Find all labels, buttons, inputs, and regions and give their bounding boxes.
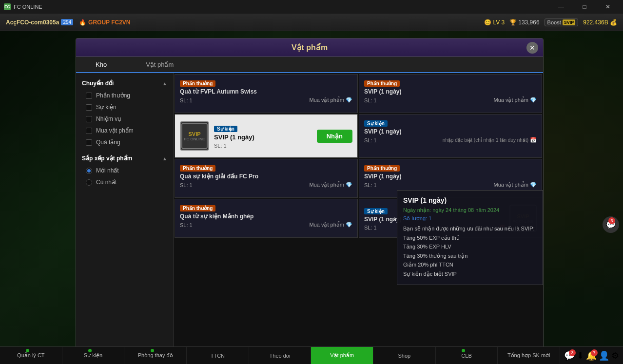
item-action: Mua vật phẩm 💎 <box>310 182 352 188</box>
item-action: Mua vật phẩm 💎 <box>494 182 537 188</box>
calendar-icon: 📅 <box>530 137 537 143</box>
item-quantity: SL: 1 <box>364 225 377 230</box>
list-item[interactable]: SVIP FC ONLINE Sự kiện SVIP (1 ngày) SL:… <box>175 114 358 158</box>
nav-dot-phong-thay-do <box>151 349 154 352</box>
sidebar-item-phan-thuong[interactable]: Phần thưởng <box>76 90 173 101</box>
chat-icon[interactable]: 💬 3 <box>603 216 619 233</box>
bottom-navigation: Quản lý CT Sự kiện Phòng thay đồ TTCN Th… <box>0 346 623 364</box>
checkbox-qua-tang[interactable] <box>86 139 92 146</box>
sidebar-item-su-kien[interactable]: Sự kiện <box>76 101 173 113</box>
boost-label: Boost <box>547 19 561 25</box>
svip-label: SVIP <box>188 131 200 137</box>
title-bar: FC FC ONLINE — □ ✕ <box>0 0 623 14</box>
coin-info: 🏆 133,966 <box>509 19 539 26</box>
coin-amount: 133,966 <box>518 19 539 26</box>
settings-nav-button[interactable]: ⚙ <box>611 350 619 361</box>
item-name: Quà từ sự kiện Mảnh ghép <box>180 213 352 220</box>
list-item[interactable]: Phần thưởng Quà từ sự kiện Mảnh ghép SL:… <box>175 199 358 238</box>
checkbox-su-kien[interactable] <box>86 104 92 111</box>
item-name: Quà sự kiện giải đấu FC Pro <box>180 173 352 180</box>
nav-item-tong-hop-sk[interactable]: Tổng hợp SK mới <box>498 347 560 364</box>
nav-item-theo-doi[interactable]: Theo dõi <box>249 347 312 364</box>
close-button[interactable]: ✕ <box>597 0 619 14</box>
checkbox-phan-thuong[interactable] <box>86 93 92 99</box>
tooltip-date: Ngày nhận: ngày 24 tháng 08 năm 2024 <box>403 207 537 213</box>
person-nav-button[interactable]: 👤 <box>599 350 609 361</box>
sort-oldest[interactable]: Cũ nhất <box>76 176 173 188</box>
item-badge: Sự kiện <box>364 208 388 214</box>
gem-icon: 💎 <box>346 222 352 228</box>
tooltip-description: Bạn sẽ nhận được những ưu đãi như sau nế… <box>403 225 537 278</box>
sort-section: Sắp xếp vật phẩm ▲ Mới nhất Cũ nhất <box>76 152 173 188</box>
modal-close-button[interactable]: ✕ <box>526 42 538 54</box>
download-nav-button[interactable]: ⬇ <box>577 350 584 361</box>
checkbox-nhiem-vu[interactable] <box>86 116 92 122</box>
list-item[interactable]: Sự kiện SVIP (1 ngày) SL: 1 nhập đặc biệ… <box>359 114 542 158</box>
top-bar: AcçFCO-com0305a 294 🔥 GROUP FC2VN 😊 LV 3… <box>0 14 623 31</box>
group-icon: 🔥 <box>79 19 86 26</box>
nav-item-shop[interactable]: Shop <box>373 347 436 364</box>
window-controls: — □ ✕ <box>550 0 619 14</box>
nav-item-phong-thay-do[interactable]: Phòng thay đồ <box>124 347 187 364</box>
tooltip-title: SVIP (1 ngày) <box>403 196 537 204</box>
sidebar-item-nhiem-vu[interactable]: Nhiệm vụ <box>76 113 173 125</box>
app-title: FC ONLINE <box>14 4 42 10</box>
nav-dot-quan-ly <box>26 349 29 352</box>
nav-dot-clb <box>462 349 465 352</box>
chat-badge: 3 <box>608 217 615 224</box>
nav-item-su-kien[interactable]: Sự kiện <box>62 347 125 364</box>
filter-header[interactable]: Chuyển đổi ▲ <box>76 77 173 90</box>
nav-item-quan-ly-ct[interactable]: Quản lý CT <box>0 347 62 364</box>
item-quantity: SL: 1 <box>180 182 193 188</box>
boost-badge: Boost SVIP <box>545 19 579 26</box>
item-quantity: SL: 1 <box>214 143 312 149</box>
group-name: GROUP FC2VN <box>88 19 130 26</box>
sidebar: Chuyển đổi ▲ Phần thưởng Sự kiện Nhiệm v… <box>76 73 174 346</box>
trophy-icon: 🏆 <box>509 19 517 26</box>
sort-header[interactable]: Sắp xếp vật phẩm ▲ <box>76 152 173 165</box>
settings-nav-icon: ⚙ <box>611 351 619 361</box>
nav-right-icons: 💬 3 ⬇ 🔔 7 👤 ⚙ <box>560 350 623 361</box>
list-item[interactable]: Phần thưởng Quà từ FVPL Autumn Swiss SL:… <box>175 74 358 113</box>
item-name: Quà từ FVPL Autumn Swiss <box>180 88 352 95</box>
tab-vat-pham[interactable]: Vật phẩm <box>126 57 193 73</box>
list-item[interactable]: Phần thưởng SVIP (1 ngày) SL: 1 Mua vật … <box>359 74 542 113</box>
tab-kho[interactable]: Kho <box>76 57 126 73</box>
selected-item-info: Sự kiện SVIP (1 ngày) SL: 1 <box>214 124 312 149</box>
level-badge: 😊 LV 3 <box>484 19 505 26</box>
checkbox-mua-vat-pham[interactable] <box>86 128 92 134</box>
level-text: LV 3 <box>493 19 505 26</box>
app-icon: FC <box>4 3 11 10</box>
sort-arrow: ▲ <box>162 156 167 161</box>
item-badge: Phần thưởng <box>180 165 215 172</box>
item-quantity: SL: 1 <box>180 97 193 103</box>
item-quantity: SL: 1 <box>180 222 193 228</box>
nav-item-clb[interactable]: CLB <box>436 347 498 364</box>
maximize-button[interactable]: □ <box>573 0 596 14</box>
item-modal: Vật phẩm ✕ Kho Vật phẩm Chuyển đổi ▲ Phầ… <box>76 38 544 346</box>
fc-online-label: FC ONLINE <box>184 137 205 141</box>
radio-newest[interactable] <box>86 168 92 174</box>
svip-tag: SVIP <box>563 19 576 25</box>
item-footer: SL: 1 Mua vật phẩm 💎 <box>364 182 537 188</box>
chat-float-button[interactable]: 💬 3 <box>603 216 619 233</box>
list-item[interactable]: Phần thưởng Quà sự kiện giải đấu FC Pro … <box>175 159 358 198</box>
nav-item-vat-pham[interactable]: Vật phẩm <box>311 347 373 364</box>
game-background: Vật phẩm ✕ Kho Vật phẩm Chuyển đổi ▲ Phầ… <box>0 31 623 346</box>
minimize-button[interactable]: — <box>550 0 572 14</box>
sort-newest[interactable]: Mới nhất <box>76 165 173 176</box>
sidebar-item-qua-tang[interactable]: Quà tặng <box>76 136 173 148</box>
chat-nav-button[interactable]: 💬 3 <box>564 350 575 361</box>
item-badge: Phần thưởng <box>364 165 400 172</box>
item-badge: Sự kiện <box>214 126 237 132</box>
radio-oldest[interactable] <box>86 179 92 186</box>
item-name: SVIP (1 ngày) <box>214 134 312 141</box>
bell-nav-button[interactable]: 🔔 7 <box>586 350 597 361</box>
sidebar-item-mua-vat-pham[interactable]: Mua vật phẩm <box>76 125 173 136</box>
nav-item-ttcn[interactable]: TTCN <box>187 347 249 364</box>
receive-button[interactable]: Nhận <box>317 130 352 143</box>
item-quantity: SL: 1 <box>364 137 377 143</box>
modal-body: Chuyển đổi ▲ Phần thưởng Sự kiện Nhiệm v… <box>76 73 543 346</box>
item-footer: SL: 1 nhập đặc biệt (chỉ nhận 1 lần duy … <box>364 137 537 143</box>
group-info: 🔥 GROUP FC2VN <box>79 19 130 26</box>
